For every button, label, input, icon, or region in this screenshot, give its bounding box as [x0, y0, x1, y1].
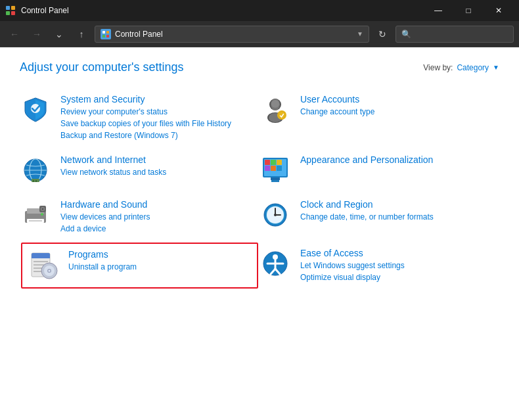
network-internet-text: Network and Internet View network status… — [60, 154, 253, 178]
svg-rect-7 — [106, 35, 109, 37]
svg-rect-4 — [102, 31, 105, 34]
address-dropdown-icon[interactable]: ▼ — [357, 30, 363, 37]
system-security-icon — [20, 94, 51, 126]
svg-rect-24 — [265, 160, 270, 165]
svg-rect-0 — [6, 6, 10, 10]
clock-icon-svg — [261, 200, 290, 229]
view-by-label: View by: — [423, 63, 453, 72]
main-content: Adjust your computer's settings View by:… — [0, 47, 519, 420]
category-clock-region: Clock and Region Change date, time, or n… — [260, 193, 499, 241]
category-programs: Programs Uninstall a program — [21, 243, 258, 289]
search-icon: 🔍 — [401, 30, 411, 39]
programs-icon-svg — [29, 250, 58, 279]
system-security-link-2[interactable]: Save backup copies of your files with Fi… — [60, 118, 253, 129]
ease-of-access-link-1[interactable]: Let Windows suggest settings — [300, 260, 493, 271]
svg-rect-20 — [35, 180, 37, 182]
svg-point-11 — [271, 100, 279, 108]
category-user-accounts: User Accounts Change account type — [260, 87, 499, 148]
categories-grid: System and Security Review your computer… — [20, 87, 499, 290]
shield-icon — [21, 95, 50, 124]
svg-rect-35 — [29, 220, 42, 222]
clock-region-title[interactable]: Clock and Region — [300, 199, 493, 210]
view-by-control: View by: Category ▼ — [423, 63, 499, 72]
system-security-text: System and Security Review your computer… — [60, 94, 253, 141]
title-bar: Control Panel — □ ✕ — [0, 0, 519, 21]
svg-rect-27 — [265, 166, 270, 171]
globe-icon — [21, 156, 50, 185]
svg-rect-31 — [271, 180, 279, 182]
hardware-sound-text: Hardware and Sound View devices and prin… — [60, 199, 253, 235]
ease-of-access-link-2[interactable]: Optimize visual display — [300, 271, 493, 283]
user-accounts-text: User Accounts Change account type — [300, 94, 493, 118]
network-internet-title[interactable]: Network and Internet — [60, 154, 253, 165]
svg-rect-49 — [34, 261, 48, 262]
address-field[interactable]: Control Panel ▼ — [95, 26, 369, 43]
appearance-title[interactable]: Appearance and Personalization — [300, 154, 493, 165]
back-button[interactable]: ← — [5, 25, 24, 43]
system-security-title[interactable]: System and Security — [60, 94, 253, 105]
category-network-internet: Network and Internet View network status… — [20, 148, 260, 193]
hardware-sound-link-2[interactable]: Add a device — [60, 223, 253, 235]
ease-icon-svg — [261, 249, 290, 278]
page-title: Adjust your computer's settings — [20, 60, 184, 74]
system-security-link-3[interactable]: Backup and Restore (Windows 7) — [60, 129, 253, 141]
svg-rect-2 — [6, 11, 10, 15]
hardware-sound-icon — [20, 199, 51, 231]
programs-title[interactable]: Programs — [68, 249, 252, 260]
search-field[interactable]: 🔍 — [395, 26, 514, 43]
category-hardware-sound: Hardware and Sound View devices and prin… — [20, 193, 260, 241]
up-button[interactable]: ↑ — [72, 25, 91, 43]
title-bar-left: Control Panel — [5, 5, 69, 16]
address-bar: ← → ⌄ ↑ Control Panel ▼ ↻ 🔍 — [0, 21, 519, 47]
clock-region-link-1[interactable]: Change date, time, or number formats — [300, 211, 493, 223]
svg-point-45 — [274, 214, 277, 216]
forward-button[interactable]: → — [28, 25, 46, 43]
refresh-button[interactable]: ↻ — [373, 25, 392, 43]
address-icon — [101, 29, 111, 39]
minimize-button[interactable]: — — [423, 0, 453, 21]
view-by-chevron-icon[interactable]: ▼ — [493, 64, 499, 71]
svg-point-39 — [42, 208, 44, 210]
view-by-value[interactable]: Category — [457, 63, 489, 72]
page-header: Adjust your computer's settings View by:… — [20, 60, 499, 74]
svg-point-56 — [49, 270, 51, 272]
svg-rect-48 — [32, 256, 50, 258]
user-accounts-title[interactable]: User Accounts — [300, 94, 493, 105]
svg-rect-29 — [277, 166, 282, 171]
svg-rect-6 — [102, 35, 105, 37]
app-icon — [5, 5, 16, 16]
programs-text: Programs Uninstall a program — [68, 249, 252, 273]
programs-icon — [28, 249, 59, 281]
window-title: Control Panel — [21, 6, 69, 15]
network-internet-link-1[interactable]: View network status and tasks — [60, 166, 253, 178]
ease-of-access-text: Ease of Access Let Windows suggest setti… — [300, 248, 493, 283]
user-icon — [261, 95, 290, 124]
programs-link-1[interactable]: Uninstall a program — [68, 261, 252, 273]
hardware-sound-link-1[interactable]: View devices and printers — [60, 211, 253, 223]
user-accounts-icon — [260, 94, 291, 126]
appearance-icon — [260, 154, 291, 186]
ease-of-access-icon — [260, 248, 291, 279]
window-controls: — □ ✕ — [423, 0, 514, 21]
svg-rect-19 — [33, 180, 34, 182]
user-accounts-link-1[interactable]: Change account type — [300, 106, 493, 118]
network-internet-icon — [20, 154, 51, 186]
ease-of-access-title[interactable]: Ease of Access — [300, 248, 493, 258]
svg-rect-26 — [277, 160, 282, 165]
category-system-security: System and Security Review your computer… — [20, 87, 260, 148]
svg-rect-25 — [271, 160, 276, 165]
svg-rect-3 — [11, 11, 15, 15]
recent-button[interactable]: ⌄ — [50, 25, 68, 43]
hardware-sound-title[interactable]: Hardware and Sound — [60, 199, 253, 210]
svg-rect-5 — [106, 31, 109, 34]
svg-rect-30 — [271, 177, 280, 180]
clock-region-icon — [260, 199, 291, 231]
hardware-icon-svg — [21, 200, 50, 229]
clock-region-text: Clock and Region Change date, time, or n… — [300, 199, 493, 223]
address-text: Control Panel — [115, 30, 353, 39]
appearance-text: Appearance and Personalization — [300, 154, 493, 166]
maximize-button[interactable]: □ — [453, 0, 484, 21]
system-security-link-1[interactable]: Review your computer's status — [60, 106, 253, 118]
svg-rect-1 — [11, 6, 15, 10]
close-button[interactable]: ✕ — [484, 0, 514, 21]
